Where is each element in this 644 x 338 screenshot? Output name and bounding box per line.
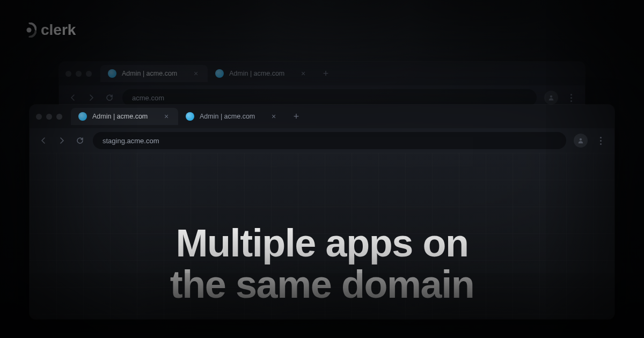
window-controls[interactable] — [36, 114, 62, 120]
maximize-window-icon[interactable] — [56, 114, 62, 120]
browser-tab[interactable]: Admin | acme.com × — [178, 108, 286, 125]
minimize-window-icon[interactable] — [76, 71, 82, 77]
menu-button[interactable] — [566, 91, 576, 105]
headline-line-1: Multiple apps on — [176, 222, 469, 264]
svg-point-2 — [580, 138, 582, 141]
headline-text: Multiple apps on the same domain — [0, 223, 644, 306]
browser-tab[interactable]: Admin | acme.com × — [71, 108, 178, 125]
tab-strip: Admin | acme.com × Admin | acme.com × + — [30, 105, 614, 128]
tab-title: Admin | acme.com — [92, 113, 157, 120]
tab-title: Admin | acme.com — [200, 113, 264, 120]
menu-button[interactable] — [595, 134, 606, 148]
reload-button[interactable] — [104, 92, 115, 103]
brand-name: clerk — [41, 21, 76, 39]
address-bar[interactable]: acme.com — [122, 89, 537, 106]
favicon-icon — [215, 69, 224, 78]
svg-point-1 — [550, 95, 552, 98]
browser-tab[interactable]: Admin | acme.com × — [208, 65, 315, 82]
close-tab-icon[interactable]: × — [162, 112, 171, 121]
url-text: acme.com — [132, 94, 164, 102]
tab-strip: Admin | acme.com × Admin | acme.com × + — [59, 62, 585, 85]
forward-button[interactable] — [56, 135, 67, 146]
profile-avatar[interactable] — [544, 91, 558, 105]
svg-point-0 — [27, 28, 32, 33]
address-bar[interactable]: staging.acme.com — [93, 132, 566, 149]
browser-toolbar: staging.acme.com — [30, 128, 614, 153]
favicon-icon — [78, 112, 87, 121]
new-tab-button[interactable]: + — [318, 66, 333, 81]
favicon-icon — [108, 69, 116, 78]
brand-logo: clerk — [21, 21, 76, 39]
minimize-window-icon[interactable] — [46, 114, 52, 120]
profile-avatar[interactable] — [574, 134, 588, 148]
url-text: staging.acme.com — [103, 137, 159, 145]
close-tab-icon[interactable]: × — [269, 112, 278, 121]
back-button[interactable] — [38, 135, 49, 146]
clerk-logo-icon — [21, 23, 36, 38]
maximize-window-icon[interactable] — [86, 71, 92, 77]
tab-title: Admin | acme.com — [229, 70, 294, 77]
forward-button[interactable] — [86, 92, 97, 103]
close-window-icon[interactable] — [36, 114, 42, 120]
favicon-icon — [186, 112, 194, 121]
new-tab-button[interactable]: + — [289, 109, 304, 124]
close-tab-icon[interactable]: × — [192, 69, 200, 78]
tab-title: Admin | acme.com — [122, 70, 186, 77]
close-window-icon[interactable] — [65, 71, 71, 77]
close-tab-icon[interactable]: × — [299, 69, 308, 78]
window-controls[interactable] — [65, 71, 92, 77]
back-button[interactable] — [68, 92, 78, 103]
reload-button[interactable] — [75, 135, 85, 146]
headline-line-2: the same domain — [170, 263, 474, 306]
browser-tab[interactable]: Admin | acme.com × — [100, 65, 208, 82]
